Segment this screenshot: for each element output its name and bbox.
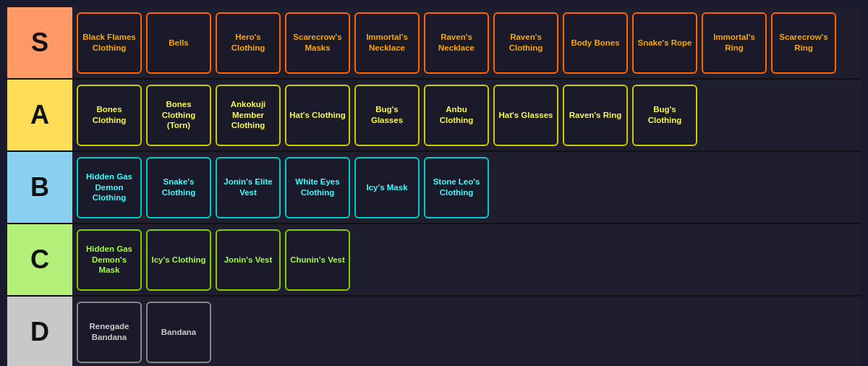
tier-list: SBlack Flames ClothingBellsHero's Clothi… — [7, 7, 861, 366]
tier-label-b: B — [7, 152, 72, 223]
item-card-s-9[interactable]: Immortal's Ring — [702, 12, 767, 74]
item-card-s-5[interactable]: Raven's Necklace — [424, 12, 489, 74]
tier-items-a: Bones ClothingBones Clothing (Torn)Ankok… — [72, 80, 861, 150]
tier-label-c: C — [7, 224, 72, 295]
item-card-s-2[interactable]: Hero's Clothing — [216, 12, 281, 74]
item-card-a-7[interactable]: Raven's Ring — [563, 85, 628, 146]
item-card-s-6[interactable]: Raven's Clothing — [493, 12, 558, 74]
tier-row-c: CHidden Gas Demon's MaskIcy's ClothingJo… — [7, 224, 861, 297]
tier-row-s: SBlack Flames ClothingBellsHero's Clothi… — [7, 7, 861, 80]
item-card-a-3[interactable]: Hat's Clothing — [285, 85, 350, 146]
item-card-a-2[interactable]: Ankokuji Member Clothing — [216, 85, 281, 146]
item-card-d-0[interactable]: Renegade Bandana — [77, 302, 142, 363]
tier-label-s: S — [7, 7, 72, 78]
item-card-b-5[interactable]: Stone Leo's Clothing — [424, 157, 489, 218]
tier-items-c: Hidden Gas Demon's MaskIcy's ClothingJon… — [72, 224, 861, 295]
item-card-a-5[interactable]: Anbu Clothing — [424, 85, 489, 146]
item-card-a-4[interactable]: Bug's Glasses — [354, 85, 420, 146]
item-card-a-1[interactable]: Bones Clothing (Torn) — [146, 85, 211, 146]
item-card-a-6[interactable]: Hat's Glasses — [493, 85, 558, 146]
item-card-c-0[interactable]: Hidden Gas Demon's Mask — [77, 229, 142, 291]
item-card-c-2[interactable]: Jonin's Vest — [216, 229, 281, 291]
tier-row-b: BHidden Gas Demon ClothingSnake's Clothi… — [7, 152, 861, 224]
item-card-s-1[interactable]: Bells — [146, 12, 211, 74]
item-card-b-1[interactable]: Snake's Clothing — [146, 157, 211, 218]
item-card-s-3[interactable]: Scarecrow's Masks — [285, 12, 350, 74]
item-card-b-4[interactable]: Icy's Mask — [354, 157, 420, 218]
item-card-s-8[interactable]: Snake's Rope — [632, 12, 697, 74]
item-card-c-3[interactable]: Chunin's Vest — [285, 229, 350, 291]
item-card-a-0[interactable]: Bones Clothing — [77, 85, 142, 146]
item-card-a-8[interactable]: Bug's Clothing — [632, 85, 697, 146]
tier-items-s: Black Flames ClothingBellsHero's Clothin… — [72, 7, 861, 78]
tier-row-d: DRenegade BandanaBandana — [7, 297, 861, 366]
item-card-s-10[interactable]: Scarecrow's Ring — [771, 12, 836, 74]
tier-label-d: D — [7, 297, 72, 366]
tier-items-d: Renegade BandanaBandana — [72, 297, 861, 366]
item-card-b-2[interactable]: Jonin's Elite Vest — [216, 157, 281, 218]
item-card-s-4[interactable]: Immortal's Necklace — [354, 12, 420, 74]
tier-row-a: ABones ClothingBones Clothing (Torn)Anko… — [7, 80, 861, 152]
tier-label-a: A — [7, 80, 72, 150]
tier-items-b: Hidden Gas Demon ClothingSnake's Clothin… — [72, 152, 861, 223]
item-card-b-0[interactable]: Hidden Gas Demon Clothing — [77, 157, 142, 218]
item-card-s-0[interactable]: Black Flames Clothing — [77, 12, 142, 74]
item-card-d-1[interactable]: Bandana — [146, 302, 211, 363]
item-card-s-7[interactable]: Body Bones — [563, 12, 628, 74]
item-card-b-3[interactable]: White Eyes Clothing — [285, 157, 350, 218]
item-card-c-1[interactable]: Icy's Clothing — [146, 229, 211, 291]
